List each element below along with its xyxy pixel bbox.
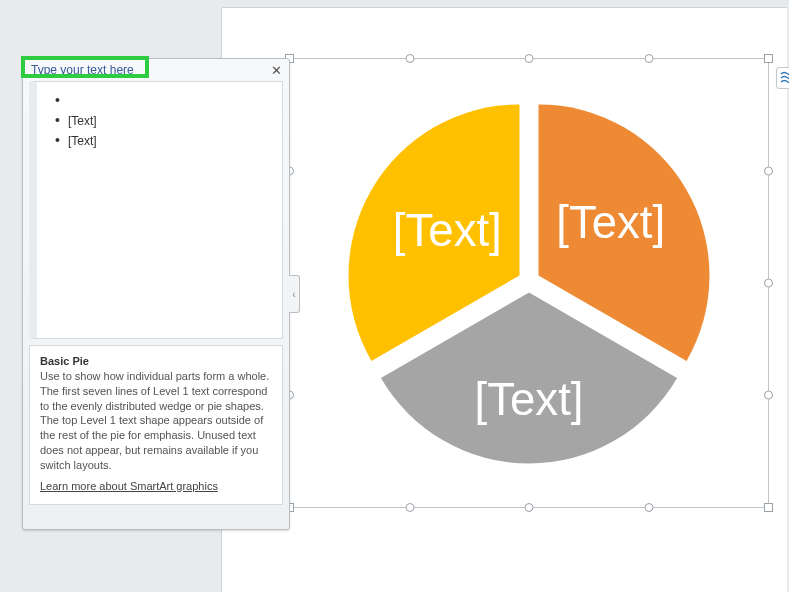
document-page: [Text] [Text] [Text] bbox=[222, 8, 787, 592]
resize-handle-s[interactable] bbox=[525, 503, 534, 512]
close-button[interactable]: ✕ bbox=[269, 63, 283, 77]
text-pane-header: Type your text here ✕ bbox=[23, 59, 289, 81]
layout-options-icon bbox=[780, 71, 789, 85]
smartart-text-pane[interactable]: Type your text here ✕ [Text] [Text] Basi… bbox=[22, 58, 290, 530]
pie-slice-3-label: [Text] bbox=[393, 205, 502, 256]
layout-options-button[interactable] bbox=[776, 67, 789, 89]
chevron-left-icon: ‹ bbox=[292, 289, 295, 300]
list-item[interactable] bbox=[55, 90, 276, 110]
learn-more-link[interactable]: Learn more about SmartArt graphics bbox=[40, 479, 218, 494]
smartart-selection-frame[interactable]: [Text] [Text] [Text] bbox=[289, 58, 769, 508]
resize-handle-n2[interactable] bbox=[405, 54, 414, 63]
collapse-tab[interactable]: ‹ bbox=[289, 275, 300, 313]
text-pane-list[interactable]: [Text] [Text] bbox=[29, 81, 283, 339]
resize-handle-e3[interactable] bbox=[764, 391, 773, 400]
text-pane-title: Type your text here bbox=[31, 63, 134, 77]
resize-handle-se[interactable] bbox=[764, 503, 773, 512]
list-item[interactable]: [Text] bbox=[55, 130, 276, 150]
resize-handle-e2[interactable] bbox=[764, 167, 773, 176]
desc-title: Basic Pie bbox=[40, 355, 89, 367]
resize-handle-s2[interactable] bbox=[405, 503, 414, 512]
list-item[interactable]: [Text] bbox=[55, 110, 276, 130]
desc-body: Use to show how individual parts form a … bbox=[40, 370, 269, 471]
resize-handle-s3[interactable] bbox=[644, 503, 653, 512]
pie-slice-2-label: [Text] bbox=[475, 374, 584, 425]
close-icon: ✕ bbox=[271, 63, 282, 78]
pie-slice-1-label: [Text] bbox=[556, 197, 665, 248]
resize-handle-ne[interactable] bbox=[764, 54, 773, 63]
resize-handle-n3[interactable] bbox=[644, 54, 653, 63]
resize-handle-e[interactable] bbox=[764, 279, 773, 288]
smartart-pie[interactable]: [Text] [Text] [Text] bbox=[339, 93, 719, 473]
text-pane-description: Basic Pie Use to show how individual par… bbox=[29, 345, 283, 505]
resize-handle-n[interactable] bbox=[525, 54, 534, 63]
